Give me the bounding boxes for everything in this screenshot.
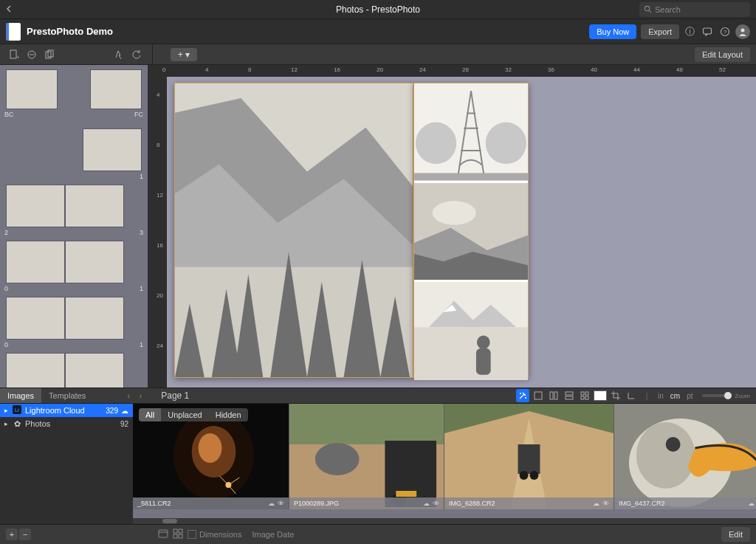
unit-cm[interactable]: cm [668,392,682,400]
canvas-area[interactable]: 0481216202428323640444852 4812162024 [148,65,756,388]
cloud-icon: ☁ [268,500,275,507]
back-icon[interactable] [0,5,18,14]
eye-icon: 👁 [278,500,284,507]
refresh-icon[interactable] [128,47,145,62]
chip-unplaced[interactable]: Unplaced [161,408,208,421]
project-title: PrestoPhoto Demo [27,26,113,37]
svg-rect-78 [179,529,182,533]
footer: + − Dimensions Image Date Edit [0,524,756,544]
search-input[interactable] [655,5,746,14]
tab-templates[interactable]: Templates [41,388,93,403]
edit-button[interactable]: Edit [721,527,750,542]
add-page-icon[interactable]: + [6,47,22,62]
thumb-1[interactable]: P1000289.JPG☁👁 [289,404,444,509]
svg-rect-45 [581,392,584,395]
bottom-content: ▸ Lr Lightroom Cloud 329 ☁ ▸ ✿ Photos 92… [0,404,756,524]
source-label: Lightroom Cloud [25,406,85,415]
thumb-3[interactable]: IMG_6437.CR2☁👁 [614,404,756,509]
page-thumb-front-cover[interactable] [90,69,142,109]
spread-2[interactable]: 2 3 [6,185,142,227]
buy-now-button[interactable]: Buy Now [589,24,636,39]
svg-rect-46 [585,392,588,395]
unit-in[interactable]: in [656,392,666,400]
zoom-label: Zoom [735,393,750,399]
thumb-scrollbar[interactable] [133,518,756,524]
user-icon[interactable] [735,24,750,39]
chip-all[interactable]: All [139,408,161,421]
magic-tool-icon[interactable] [516,389,529,402]
next-page-icon[interactable]: › [134,391,146,400]
window-title: Photos - PrestoPhoto [336,4,420,15]
svg-text:Lr: Lr [15,407,20,413]
mountain-illustration [175,83,413,377]
export-button[interactable]: Export [641,24,679,39]
svg-rect-75 [159,530,168,537]
page-thumb[interactable] [6,297,65,340]
svg-rect-35 [414,327,528,380]
page-thumb[interactable] [65,297,124,340]
page-panel[interactable]: BC FC 1 2 3 0 1 0 [0,65,148,388]
page-thumb[interactable] [6,353,65,388]
page-thumb[interactable] [83,128,142,171]
thumb-strip[interactable]: All Unplaced Hidden _5811.CR2☁👁 [133,404,756,524]
thumb-illustration [444,404,614,509]
calendar-icon[interactable] [158,528,168,541]
tab-images[interactable]: Images [0,388,41,403]
add-element-button[interactable]: + ▾ [171,48,197,61]
layout-2row-icon[interactable] [563,389,576,402]
page-thumb[interactable] [6,241,65,283]
page-num: BC [4,111,14,118]
page-thumb[interactable] [65,353,124,388]
zoom-slider[interactable] [702,394,732,397]
grid-icon[interactable] [173,528,183,541]
page-thumb[interactable] [6,185,65,227]
canvas-page-left[interactable] [174,83,413,378]
unit-pt[interactable]: pt [684,392,695,400]
bottom-header: Images Templates ‹ › Page 1 | in cm pt Z… [0,388,756,404]
page-thumb[interactable] [65,185,124,227]
canvas-page-right[interactable] [413,83,529,378]
layout-grid-icon[interactable] [578,389,591,402]
thumb-caption: IMG_6437.CR2 [619,500,665,507]
dimensions-checkbox[interactable] [188,530,196,539]
prev-page-icon[interactable]: ‹ [123,391,134,400]
svg-line-1 [649,10,651,13]
source-item-lightroom[interactable]: ▸ Lr Lightroom Cloud 329 ☁ [0,404,133,417]
spread-cover[interactable]: BC FC [6,69,142,109]
svg-rect-2 [704,28,712,34]
spread-3[interactable]: 0 1 [6,241,142,283]
chat-icon[interactable] [700,24,715,39]
info-icon[interactable]: ⓘ [682,24,697,39]
svg-rect-60 [289,404,444,444]
svg-point-28 [433,201,476,224]
toolbar: + + ▾ Edit Layout [0,44,756,65]
spread-4[interactable]: 0 1 [6,297,142,340]
autofill-icon[interactable] [111,47,127,62]
svg-point-70 [529,471,538,480]
svg-rect-47 [581,396,584,399]
chip-hidden[interactable]: Hidden [209,408,248,421]
remove-source-button[interactable]: − [19,528,31,540]
layout-2col-icon[interactable] [547,389,560,402]
edit-layout-button[interactable]: Edit Layout [695,47,750,62]
page-thumb-back-cover[interactable] [6,69,58,109]
search-input-wrap[interactable] [639,2,750,17]
chevron-right-icon[interactable]: ▸ [4,420,12,427]
help-icon[interactable]: ? [718,24,732,39]
background-color-swatch[interactable] [594,390,607,401]
page-num: 1 [140,173,143,180]
svg-point-36 [477,336,490,349]
layout-single-icon[interactable] [532,389,545,402]
spread-1[interactable]: 1 [6,128,142,171]
page-thumb[interactable] [65,241,124,283]
delete-page-icon[interactable] [24,47,40,62]
angle-icon[interactable] [625,389,638,402]
duplicate-page-icon[interactable] [41,47,58,62]
add-source-button[interactable]: + [6,528,18,540]
chevron-right-icon[interactable]: ▸ [4,407,12,414]
svg-rect-26 [414,173,528,180]
source-item-photos[interactable]: ▸ ✿ Photos 92 [0,417,133,430]
spread-5[interactable] [6,353,142,388]
thumb-2[interactable]: IMG_6288.CR2☁👁 [444,404,614,509]
crop-icon[interactable] [609,389,622,402]
